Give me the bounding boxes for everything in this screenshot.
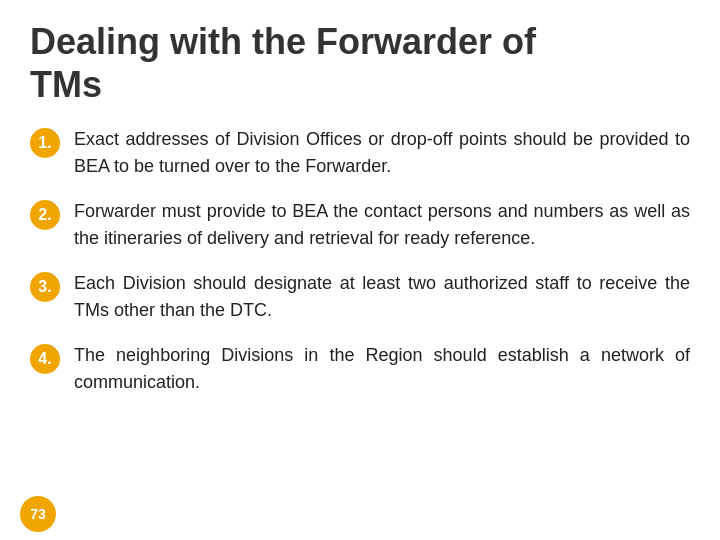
list-item: 3. Each Division should designate at lea…: [30, 270, 690, 324]
item-text-3: Each Division should designate at least …: [74, 270, 690, 324]
item-number-1: 1.: [30, 128, 60, 158]
list-item: 1. Exact addresses of Division Offices o…: [30, 126, 690, 180]
slide-container: Dealing with the Forwarder of TMs 1. Exa…: [0, 0, 720, 540]
item-text-1: Exact addresses of Division Offices or d…: [74, 126, 690, 180]
slide-title: Dealing with the Forwarder of TMs: [30, 20, 690, 106]
item-text-2: Forwarder must provide to BEA the contac…: [74, 198, 690, 252]
content-list: 1. Exact addresses of Division Offices o…: [30, 126, 690, 396]
item-number-3: 3.: [30, 272, 60, 302]
page-number: 73: [20, 496, 56, 532]
item-number-4: 4.: [30, 344, 60, 374]
item-text-4: The neighboring Divisions in the Region …: [74, 342, 690, 396]
list-item: 2. Forwarder must provide to BEA the con…: [30, 198, 690, 252]
title-line2: TMs: [30, 63, 690, 106]
list-item: 4. The neighboring Divisions in the Regi…: [30, 342, 690, 396]
item-number-2: 2.: [30, 200, 60, 230]
title-line1: Dealing with the Forwarder of: [30, 20, 690, 63]
